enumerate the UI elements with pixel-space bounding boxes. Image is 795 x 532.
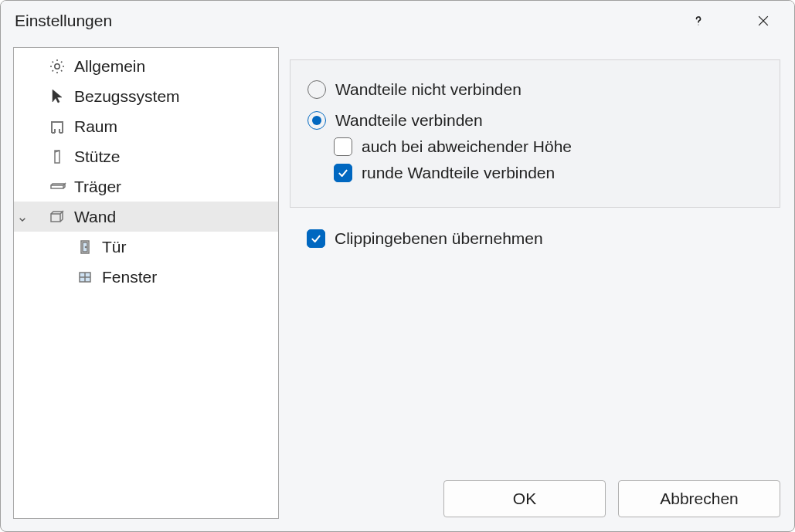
close-icon	[756, 13, 771, 29]
tree-expand-toggle	[14, 81, 31, 111]
check-label: auch bei abweichender Höhe	[362, 137, 572, 156]
tree-item-wand[interactable]: Wand	[14, 202, 278, 232]
radio-wall-not-connect[interactable]: Wandteile nicht verbinden	[307, 80, 763, 99]
tree-expand-toggle[interactable]	[14, 202, 31, 232]
tree-item-label: Bezugssystem	[74, 87, 180, 106]
radio-label: Wandteile nicht verbinden	[335, 80, 522, 99]
tree-expand-toggle	[14, 171, 31, 202]
tree-item-label: Allgemein	[74, 57, 145, 76]
beam-icon	[46, 176, 68, 198]
settings-tree[interactable]: AllgemeinBezugssystemRaumStützeTrägerWan…	[13, 47, 279, 519]
tree-item-allgemein[interactable]: Allgemein	[14, 51, 278, 81]
tree-item-label: Wand	[74, 208, 116, 226]
tree-item-raum[interactable]: Raum	[14, 111, 278, 141]
radio-label: Wandteile verbinden	[335, 111, 483, 130]
check-diff-height[interactable]: auch bei abweichender Höhe	[334, 137, 763, 156]
wall-icon	[46, 206, 68, 228]
tree-item-label: Raum	[74, 117, 117, 136]
settings-dialog: Einstellungen AllgemeinBezugssystemRaumS…	[0, 0, 795, 532]
check-label: runde Wandteile verbinden	[362, 164, 555, 182]
tree-item-trger[interactable]: Träger	[14, 171, 278, 202]
tree-expand-toggle	[14, 232, 31, 262]
check-round-walls[interactable]: runde Wandteile verbinden	[334, 164, 763, 182]
tree-item-label: Träger	[74, 178, 121, 196]
window-title: Einstellungen	[15, 12, 681, 30]
ok-button[interactable]: OK	[443, 480, 606, 517]
tree-expand-toggle	[14, 111, 31, 141]
close-button[interactable]	[746, 4, 780, 38]
tree-item-bezugssystem[interactable]: Bezugssystem	[14, 81, 278, 111]
svg-point-10	[85, 246, 86, 247]
gear-icon	[46, 56, 68, 77]
tree-item-fenster[interactable]: Fenster	[14, 262, 278, 292]
help-icon	[691, 13, 706, 29]
tree-item-sttze[interactable]: Stütze	[14, 141, 278, 171]
tree-item-tr[interactable]: Tür	[14, 232, 278, 262]
help-button[interactable]	[681, 4, 715, 38]
wall-connect-group: Wandteile nicht verbinden Wandteile verb…	[290, 59, 780, 208]
window-icon	[74, 266, 96, 288]
tree-expand-toggle	[14, 51, 31, 81]
svg-point-0	[698, 25, 699, 25]
check-label: Clippingebenen übernehmen	[335, 229, 543, 248]
tree-item-label: Tür	[102, 238, 127, 256]
tree-expand-toggle	[14, 262, 31, 292]
dialog-button-row: OK Abbrechen	[443, 480, 780, 517]
door-icon	[74, 236, 96, 258]
radio-wall-connect[interactable]: Wandteile verbinden	[307, 111, 763, 130]
tree-item-label: Fenster	[102, 268, 157, 286]
titlebar: Einstellungen	[1, 1, 794, 41]
check-clipping-planes[interactable]: Clippingebenen übernehmen	[307, 229, 780, 248]
svg-point-3	[55, 63, 59, 68]
column-icon	[46, 146, 68, 168]
settings-content: Wandteile nicht verbinden Wandteile verb…	[279, 41, 794, 531]
cursor-icon	[46, 86, 68, 107]
chevron-down-icon	[16, 211, 29, 223]
room-icon	[46, 116, 68, 137]
cancel-button[interactable]: Abbrechen	[618, 480, 780, 517]
tree-expand-toggle	[14, 141, 31, 171]
tree-item-label: Stütze	[74, 147, 121, 166]
